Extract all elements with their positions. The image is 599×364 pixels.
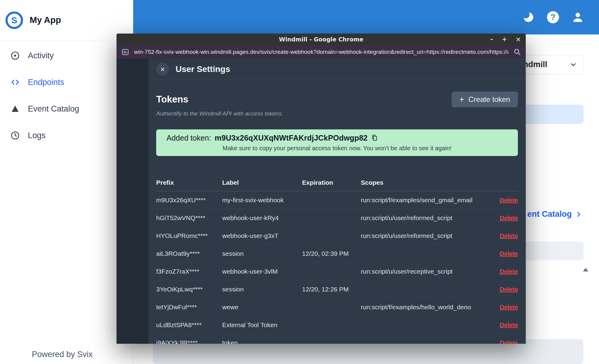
token-scopes: run:script/u/user/reformed_script <box>361 214 489 222</box>
delete-link[interactable]: Delete <box>500 215 518 221</box>
token-created-alert: Added token: m9U3x26qXUXqNWtFAKrdjJCkPOd… <box>156 129 518 156</box>
token-label: wewe <box>222 304 302 311</box>
tokens-heading: Tokens <box>156 94 188 105</box>
table-row: f3FzoZ7raX**** webhook-user-3vlM run:scr… <box>156 263 518 281</box>
drawer-title: User Settings <box>176 64 230 74</box>
logo-letter: S <box>11 15 17 25</box>
window-title: Windmill - Google Chrome <box>279 36 364 43</box>
sidebar-item-activity[interactable]: Activity <box>0 42 133 69</box>
sidebar-item-label: Endpoints <box>28 78 64 87</box>
sidebar-item-endpoints[interactable]: Endpoints <box>0 69 133 96</box>
token-prefix: HYOLuPRomc**** <box>156 232 222 239</box>
help-label: ? <box>551 13 556 22</box>
sidebar-item-label: Activity <box>28 51 54 60</box>
drawer-body: Tokens + Create token Authentify to the … <box>148 92 526 344</box>
activity-icon <box>10 51 20 60</box>
sidebar-item-event-catalog[interactable]: Event Catalog <box>0 96 133 122</box>
token-label: my-first-svix-webhook <box>222 197 302 204</box>
token-expiration: 12/20, 02:39 PM <box>302 250 361 257</box>
chrome-titlebar[interactable]: Windmill - Google Chrome – + × <box>117 34 526 45</box>
alert-label: Added token: <box>166 134 211 142</box>
sidebar-header: S My App <box>0 0 133 41</box>
scrollbar-arrow-icon <box>583 268 588 271</box>
window-controls: – + × <box>490 34 521 45</box>
token-scopes: run:script/u/user/receptive_script <box>361 268 489 275</box>
powered-by-svix: Powered by Svix <box>32 350 93 359</box>
dark-mode-moon-icon[interactable] <box>522 11 535 24</box>
token-scopes: run:script/u/user/reformed_script <box>361 232 489 239</box>
user-profile-icon[interactable] <box>571 11 584 24</box>
sidebar-item-label: Logs <box>28 131 46 140</box>
tokens-table-header: Prefix Label Expiration Scopes <box>156 174 518 191</box>
copy-token-button[interactable] <box>371 135 378 141</box>
delete-link[interactable]: Delete <box>500 232 518 239</box>
token-expiration: 12/20, 12:26 PM <box>302 286 361 293</box>
table-row: aiL3ROat9y**** session 12/20, 02:39 PM D… <box>156 245 518 263</box>
sidebar-item-label: Event Catalog <box>28 104 79 114</box>
table-row: tetYjDwFul**** wewe run:script/f/example… <box>156 298 518 316</box>
token-prefix: uLdBztSPA8**** <box>156 321 222 329</box>
delete-link[interactable]: Delete <box>500 268 518 275</box>
token-prefix: aiL3ROat9y**** <box>156 250 222 257</box>
token-prefix: i9AjXYkJlR**** <box>156 339 222 344</box>
topbar-icons: ? <box>522 0 599 34</box>
site-settings-icon[interactable] <box>121 48 129 56</box>
create-token-label: Create token <box>469 95 510 104</box>
token-prefix: m9U3x26qXU**** <box>156 197 222 204</box>
close-drawer-button[interactable]: × <box>156 63 169 76</box>
user-settings-drawer: × User Settings Tokens + Create token Au… <box>148 59 526 344</box>
create-token-button[interactable]: + Create token <box>452 92 518 107</box>
delete-link[interactable]: Delete <box>500 322 518 328</box>
event-catalog-link[interactable]: ent Catalog <box>527 210 583 219</box>
maximize-button[interactable]: + <box>502 36 507 43</box>
svix-logo-icon: S <box>5 11 23 29</box>
tokens-subtitle: Authentify to the Windmill API with acce… <box>156 110 518 117</box>
sidebar-item-logs[interactable]: Logs <box>0 122 133 149</box>
plus-icon: + <box>459 96 464 104</box>
token-label: session <box>222 286 302 293</box>
delete-link[interactable]: Delete <box>500 304 518 310</box>
table-row: HYOLuPRomc**** webhook-user-g3xT run:scr… <box>156 227 518 245</box>
token-label: webhook-user-kRy4 <box>222 214 302 222</box>
token-label: External Tool Token <box>222 321 302 329</box>
token-prefix: hGiT52wVNQ**** <box>156 214 222 222</box>
delete-link[interactable]: Delete <box>500 197 518 203</box>
token-prefix: f3FzoZ7raX**** <box>156 268 222 275</box>
alert-note: Make sure to copy your personal access t… <box>166 145 508 152</box>
delete-link[interactable]: Delete <box>500 250 518 257</box>
app-title: My App <box>30 15 61 25</box>
chrome-urlbar[interactable]: win-752-fix-svix-webhook-win.windmill.pa… <box>117 45 526 59</box>
alert-token-value: m9U3x26qXUXqNWtFAKrdjJCkPOdwgp82 <box>215 134 367 142</box>
column-header-expiration: Expiration <box>302 179 361 186</box>
token-label: webhook-user-3vlM <box>222 268 302 275</box>
delete-link[interactable]: Delete <box>500 340 518 344</box>
token-label: webhook-user-g3xT <box>222 232 302 239</box>
chrome-window: Windmill - Google Chrome – + × win-752-f… <box>117 34 526 344</box>
column-header-scopes: Scopes <box>361 179 489 186</box>
column-header-prefix: Prefix <box>156 179 222 186</box>
logs-icon <box>10 131 20 140</box>
url-text[interactable]: win-752-fix-svix-webhook-win.windmill.pa… <box>134 49 508 55</box>
token-scopes: run:script/f/examples/send_gmail_email <box>361 197 489 204</box>
table-row: m9U3x26qXU**** my-first-svix-webhook run… <box>156 191 518 209</box>
column-header-label: Label <box>222 179 302 186</box>
event-catalog-link-label: ent Catalog <box>527 210 572 219</box>
clipboard-icon <box>371 135 378 141</box>
close-window-button[interactable]: × <box>515 36 521 43</box>
chevron-right-icon <box>575 210 583 218</box>
token-label: token <box>222 339 302 344</box>
help-icon[interactable]: ? <box>547 11 559 23</box>
chrome-content: × User Settings Tokens + Create token Au… <box>117 59 526 344</box>
close-icon: × <box>160 65 165 74</box>
delete-link[interactable]: Delete <box>500 286 518 293</box>
minimize-button[interactable]: – <box>490 36 493 43</box>
tokens-table: Prefix Label Expiration Scopes m9U3x26qX… <box>156 174 518 344</box>
token-prefix: 3YeOiKpLwq**** <box>156 286 222 293</box>
token-label: session <box>222 250 302 257</box>
search-icon[interactable] <box>513 48 521 56</box>
token-table-body: m9U3x26qXU**** my-first-svix-webhook run… <box>156 191 518 344</box>
token-scopes: run:script/f/examples/hello_world_deno <box>361 304 489 311</box>
table-row: hGiT52wVNQ**** webhook-user-kRy4 run:scr… <box>156 209 518 227</box>
drawer-header: × User Settings <box>148 59 526 80</box>
sidebar: S My App Activity Endpoints Event Catalo… <box>0 0 133 364</box>
